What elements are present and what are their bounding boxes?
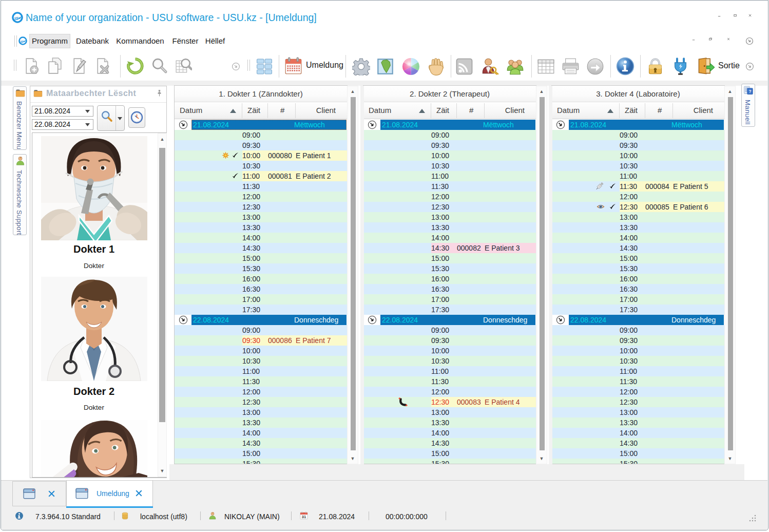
- svg-text:31: 31: [302, 515, 306, 519]
- svg-text:?: ?: [748, 89, 751, 94]
